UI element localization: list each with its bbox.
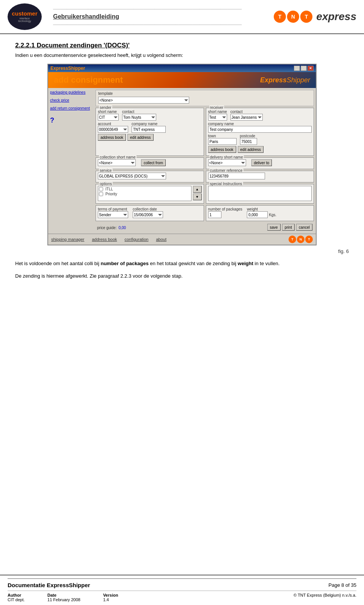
price-guide-label: price guide:: [97, 226, 117, 230]
footer-divider-2: [8, 591, 356, 591]
sender-contact-select[interactable]: Tom Nuyts: [122, 114, 156, 121]
delivery-select[interactable]: <None>: [208, 159, 246, 166]
receiver-contact-col: contact Jean Janssens: [231, 110, 263, 121]
footer-about[interactable]: about: [156, 237, 167, 242]
receiver-edit-address-btn[interactable]: edit address: [238, 146, 264, 153]
footer-tnt-t: T: [289, 236, 296, 243]
page-header-title: Gebruikershandleiding: [53, 13, 274, 20]
sender-company-col: company name: [132, 122, 166, 133]
collection-date-label: collection date: [133, 207, 163, 211]
footer-configuration[interactable]: configuration: [125, 237, 149, 242]
receiver-label: receiver: [209, 105, 224, 110]
collection-label: collection short name: [99, 155, 136, 159]
sender-label: sender: [99, 105, 112, 110]
receiver-names-row: short name Test contact Jean Janssens: [208, 110, 312, 121]
collection-date-col: collection date 15/06/2006: [133, 207, 163, 218]
app-footer-nav: shipping manager address book configurat…: [48, 234, 316, 245]
body-text-1a: Het is voldoende om het aantal colli bij: [15, 261, 100, 266]
priceguide-actions-row: price guide: 0,00 save print cancel: [96, 223, 314, 232]
body-paragraph-2: De zending is hiermee afgewerkt. Zie par…: [15, 272, 349, 280]
receiver-short-name-label: short name: [208, 110, 227, 114]
footer-author-col: Author CIT dept.: [8, 593, 25, 602]
print-button[interactable]: print: [282, 224, 295, 231]
sender-edit-address-btn[interactable]: edit address: [127, 134, 153, 141]
customer-reference-label: customer reference: [209, 168, 243, 173]
body-text-1b: en het totaal gewicht van de zending bij: [149, 261, 238, 266]
options-section: options ITLL Priority: [96, 184, 204, 204]
service-section: service GLOBAL EXPRESS (DOCS): [96, 171, 204, 182]
receiver-buttons-row: address book edit address: [208, 146, 312, 153]
sidebar-addreturn-link[interactable]: add return consignment: [50, 106, 92, 111]
section-subtext: Indien u een documentenservice geselecte…: [15, 52, 349, 58]
sidebar-help-icon[interactable]: ?: [50, 116, 92, 124]
maximize-btn[interactable]: □: [301, 66, 307, 71]
template-select[interactable]: <None>: [98, 97, 189, 104]
weight-input[interactable]: [247, 211, 268, 218]
delivery-row: <None> deliver to: [208, 159, 312, 166]
action-buttons: save print cancel: [267, 224, 312, 231]
option-itll-checkbox[interactable]: [99, 187, 103, 191]
minimize-btn[interactable]: _: [294, 66, 300, 71]
options-down-btn[interactable]: ▼: [193, 193, 202, 200]
receiver-postcode-input[interactable]: [240, 138, 257, 145]
receiver-short-name-select[interactable]: Test: [208, 114, 227, 121]
footer-copyright: © TNT Express (Belgium) n.v./s.a.: [293, 593, 356, 597]
packages-col: number of packages: [208, 207, 243, 218]
receiver-town-row: town postcode: [208, 134, 312, 145]
weight-unit: Kgs.: [269, 213, 276, 217]
footer-tnt-logo: T N T: [289, 236, 313, 243]
sender-names-row: short name CIT contact Tom: [98, 110, 202, 121]
customer-reference-input[interactable]: [208, 173, 265, 179]
receiver-town-input[interactable]: [208, 138, 237, 145]
sidebar-packaging-link[interactable]: packaging guidelines: [50, 90, 92, 95]
sender-address-book-btn[interactable]: address book: [98, 134, 126, 141]
sender-section: sender short name CIT: [96, 108, 204, 156]
sender-account-select[interactable]: 000003649: [98, 126, 128, 133]
option-priority-checkbox[interactable]: [99, 192, 103, 196]
footer-version-col: Version 1.4: [103, 593, 118, 602]
sender-account-col: account 000003649: [98, 122, 128, 133]
sender-short-name-select[interactable]: CIT: [98, 114, 119, 121]
sidebar-checkprice-link[interactable]: check price: [50, 98, 92, 103]
terms-label: terms of payment: [98, 207, 128, 211]
service-select[interactable]: GLOBAL EXPRESS (DOCS): [98, 173, 166, 179]
packages-label: number of packages: [208, 207, 243, 211]
footer-shipping-manager[interactable]: shipping manager: [51, 237, 84, 242]
receiver-address-book-btn[interactable]: address book: [208, 146, 236, 153]
terms-row: terms of payment Sender collection date …: [98, 207, 202, 218]
collection-select[interactable]: <None>: [98, 159, 136, 166]
receiver-company-input[interactable]: [208, 126, 312, 133]
cit-logo-text: customer: [12, 11, 38, 17]
delivery-label: delivery short name: [209, 155, 244, 159]
packages-weight-section: number of packages weight Kgs.: [206, 205, 314, 221]
options-label: options: [99, 182, 113, 186]
sender-company-input[interactable]: [132, 126, 166, 133]
app-form: template <None> sender: [94, 88, 316, 234]
save-button[interactable]: save: [267, 224, 281, 231]
terms-col: terms of payment Sender: [98, 207, 128, 218]
receiver-contact-label: contact: [231, 110, 263, 114]
cancel-button[interactable]: cancel: [296, 224, 312, 231]
terms-select[interactable]: Sender: [98, 211, 128, 218]
footer-address-book[interactable]: address book: [92, 237, 117, 242]
special-instructions-label: special Instructions: [209, 182, 243, 186]
receiver-postcode-col: postcode: [240, 134, 257, 145]
collection-date-select[interactable]: 15/06/2006: [133, 211, 163, 218]
screenshot-container: ExpressShipper _ □ ✕ add consignment Exp…: [47, 64, 317, 245]
receiver-short-name-col: short name Test: [208, 110, 227, 121]
packages-weight-row: number of packages weight Kgs.: [208, 207, 312, 218]
close-btn[interactable]: ✕: [308, 66, 314, 71]
sender-short-name-col: short name CIT: [98, 110, 119, 121]
packages-input[interactable]: [208, 211, 221, 218]
sender-account-row: account 000003649 company name: [98, 122, 202, 133]
footer-top-row: Documentatie ExpressShipper Page 8 of 35: [8, 582, 356, 588]
app-body: packaging guidelines check price add ret…: [48, 88, 316, 234]
options-up-btn[interactable]: ▲: [193, 186, 202, 193]
collect-from-btn[interactable]: collect from: [141, 159, 166, 166]
special-instructions-input[interactable]: [208, 186, 312, 201]
receiver-contact-select[interactable]: Jean Janssens: [231, 114, 263, 121]
options-instructions-columns: options ITLL Priority: [96, 184, 314, 204]
template-label: template: [98, 91, 113, 96]
deliver-to-btn[interactable]: deliver to: [251, 159, 272, 166]
collection-section: collection short name <None> collect fro…: [96, 157, 204, 169]
